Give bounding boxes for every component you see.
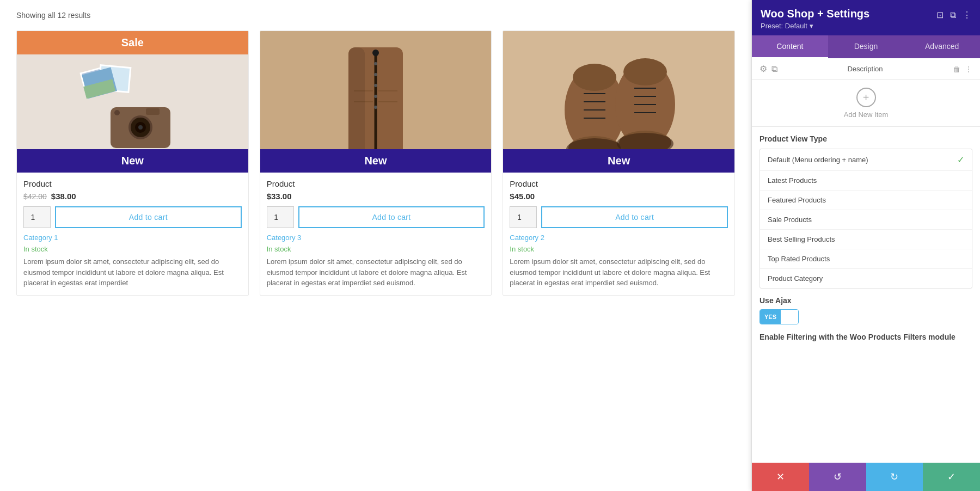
svg-point-7 <box>138 125 143 130</box>
more-icon[interactable]: ⋮ <box>965 65 972 73</box>
view-type-sale[interactable]: Sale Products <box>760 210 972 230</box>
panel-tabs: Content Design Advanced <box>752 35 980 58</box>
price-row-2: $33.00 <box>267 192 485 201</box>
add-to-cart-row-3: Add to cart <box>510 206 728 228</box>
view-type-best-selling-label: Best Selling Products <box>768 235 835 243</box>
panel-title-group: Woo Shop + Settings Preset: Default ▾ <box>761 8 869 30</box>
product-title-3: Product <box>510 179 728 188</box>
price-current-3: $45.00 <box>510 192 535 201</box>
bottom-toolbar: ✕ ↺ ↻ ✓ <box>752 463 980 491</box>
svg-point-9 <box>114 110 120 115</box>
stock-status-3: In stock <box>510 245 728 253</box>
more-options-icon[interactable]: ⋮ <box>963 10 971 20</box>
tab-content[interactable]: Content <box>752 35 828 58</box>
view-type-latest[interactable]: Latest Products <box>760 171 972 191</box>
undo-button[interactable]: ↺ <box>809 463 866 491</box>
panel-section-header: ⚙ ⧉ Description 🗑 ⋮ <box>752 58 980 80</box>
view-type-best-selling[interactable]: Best Selling Products <box>760 230 972 249</box>
settings-panel: Woo Shop + Settings Preset: Default ▾ ⊡ … <box>751 0 980 491</box>
add-to-cart-btn-2[interactable]: Add to cart <box>298 206 485 228</box>
price-current-1: $38.00 <box>51 192 76 201</box>
price-original-1: $42.00 <box>23 192 47 201</box>
panel-header-icons: ⊡ ⧉ ⋮ <box>936 8 971 20</box>
tab-design[interactable]: Design <box>828 35 904 58</box>
results-count: Showing all 12 results <box>16 11 735 20</box>
category-link-3[interactable]: Category 2 <box>510 234 728 242</box>
products-grid: Sale New Product $42.00 $38.00 Add to ca… <box>16 30 735 296</box>
qty-input-1[interactable] <box>23 206 51 228</box>
view-type-featured-label: Featured Products <box>768 196 826 204</box>
product-card-2: New Product $33.00 Add to cart Category … <box>260 30 492 296</box>
product-info-1: Product $42.00 $38.00 Add to cart Catego… <box>17 173 248 295</box>
product-image-2: New <box>260 31 492 173</box>
toggle-no <box>781 310 798 324</box>
add-new-item-button[interactable]: + Add New Item <box>752 80 980 127</box>
svg-point-16 <box>374 95 377 98</box>
add-to-cart-row-2: Add to cart <box>267 206 485 228</box>
product-info-2: Product $33.00 Add to cart Category 3 In… <box>260 173 492 295</box>
view-type-latest-label: Latest Products <box>768 176 817 185</box>
price-row-3: $45.00 <box>510 192 728 201</box>
product-desc-1: Lorem ipsum dolor sit amet, consectetur … <box>23 256 242 289</box>
category-link-2[interactable]: Category 3 <box>267 234 485 242</box>
tab-advanced[interactable]: Advanced <box>904 35 980 58</box>
add-to-cart-btn-3[interactable]: Add to cart <box>541 206 728 228</box>
svg-point-15 <box>374 84 377 87</box>
section-actions: 🗑 ⋮ <box>953 65 972 73</box>
view-type-featured[interactable]: Featured Products <box>760 191 972 210</box>
product3-illustration <box>554 39 684 164</box>
product-desc-3: Lorem ipsum dolor sit amet, consectetur … <box>510 256 728 289</box>
product-badge-2: New <box>260 149 492 173</box>
gear-icon[interactable]: ⚙ <box>759 64 767 74</box>
view-type-top-rated[interactable]: Top Rated Products <box>760 249 972 269</box>
panel-title: Woo Shop + Settings <box>761 8 869 20</box>
product-card-1: Sale New Product $42.00 $38.00 Add to ca… <box>16 30 249 296</box>
screenshot-icon[interactable]: ⊡ <box>936 10 944 20</box>
view-type-default[interactable]: Default (Menu ordering + name) ✓ <box>760 149 972 171</box>
view-type-sale-label: Sale Products <box>768 216 812 224</box>
view-type-default-label: Default (Menu ordering + name) <box>768 156 868 164</box>
category-link-1[interactable]: Category 1 <box>23 234 242 242</box>
save-button[interactable]: ✓ <box>923 463 980 491</box>
view-type-product-category[interactable]: Product Category <box>760 269 972 288</box>
product-image-3: New <box>503 31 734 173</box>
enable-filtering-label: Enable Filtering with the Woo Products F… <box>759 332 972 343</box>
svg-point-14 <box>374 73 377 76</box>
product-view-heading: Product View Type <box>759 134 972 143</box>
panel-body: ⚙ ⧉ Description 🗑 ⋮ + Add New Item Produ… <box>752 58 980 491</box>
enable-filtering-section: Enable Filtering with the Woo Products F… <box>752 332 980 351</box>
qty-input-2[interactable] <box>267 206 294 228</box>
duplicate-icon[interactable]: ⧉ <box>771 64 777 74</box>
svg-point-32 <box>623 58 667 85</box>
panel-preset[interactable]: Preset: Default ▾ <box>761 22 869 30</box>
product-card-3: New Product $45.00 Add to cart Category … <box>503 30 735 296</box>
cancel-button[interactable]: ✕ <box>752 463 809 491</box>
product-title-1: Product <box>23 179 242 188</box>
product-view-section: Product View Type Default (Menu ordering… <box>752 127 980 296</box>
svg-rect-22 <box>348 47 365 156</box>
add-to-cart-btn-1[interactable]: Add to cart <box>55 206 242 228</box>
add-to-cart-row-1: Add to cart <box>23 206 242 228</box>
product1-illustration <box>67 47 198 156</box>
ajax-toggle[interactable]: YES <box>759 309 799 324</box>
product-desc-2: Lorem ipsum dolor sit amet, consectetur … <box>267 256 485 289</box>
expand-icon[interactable]: ⧉ <box>950 10 956 20</box>
main-content: Showing all 12 results <box>0 0 751 491</box>
view-type-top-rated-label: Top Rated Products <box>768 255 830 263</box>
product-info-3: Product $45.00 Add to cart Category 2 In… <box>503 173 734 295</box>
section-title: Description <box>782 65 948 73</box>
product2-illustration <box>316 36 436 167</box>
product-title-2: Product <box>267 179 485 188</box>
redo-button[interactable]: ↻ <box>866 463 923 491</box>
stock-status-1: In stock <box>23 245 242 253</box>
price-row-1: $42.00 $38.00 <box>23 192 242 201</box>
sale-badge: Sale <box>17 31 248 54</box>
delete-icon[interactable]: 🗑 <box>953 65 960 73</box>
product-badge-3: New <box>503 149 734 173</box>
use-ajax-section: Use Ajax YES <box>752 296 980 332</box>
add-circle-icon: + <box>856 88 876 107</box>
svg-rect-8 <box>146 108 160 115</box>
qty-input-3[interactable] <box>510 206 537 228</box>
svg-point-17 <box>374 106 377 109</box>
panel-header: Woo Shop + Settings Preset: Default ▾ ⊡ … <box>752 0 980 35</box>
